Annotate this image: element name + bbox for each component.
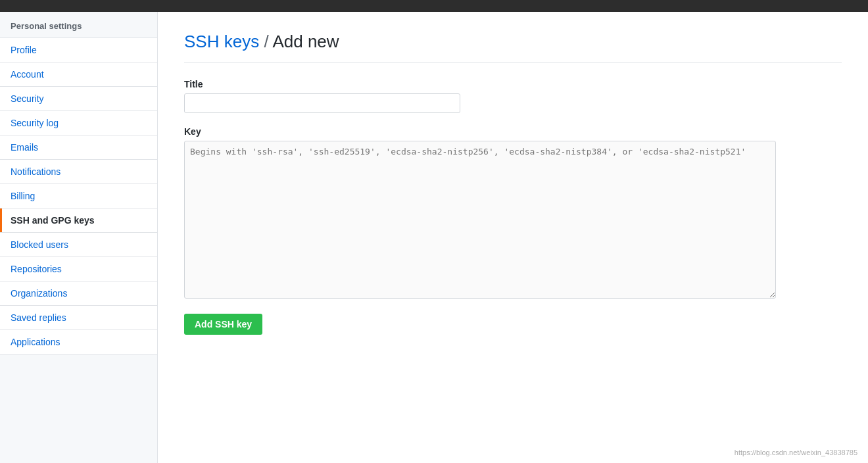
sidebar-link-security[interactable]: Security <box>0 87 157 110</box>
sidebar-nav: ProfileAccountSecuritySecurity logEmails… <box>0 38 157 354</box>
sidebar-header: Personal settings <box>0 12 157 38</box>
sidebar-item-emails: Emails <box>0 135 157 160</box>
watermark: https://blog.csdn.net/weixin_43838785 <box>735 449 857 456</box>
sidebar-link-billing[interactable]: Billing <box>0 184 157 208</box>
title-group: Title <box>184 79 842 113</box>
sidebar-item-saved-replies: Saved replies <box>0 306 157 330</box>
sidebar-item-account: Account <box>0 62 157 87</box>
sidebar-item-repositories: Repositories <box>0 257 157 281</box>
sidebar-item-security: Security <box>0 87 157 111</box>
key-label: Key <box>184 126 842 137</box>
sidebar-item-profile: Profile <box>0 38 157 62</box>
title-label: Title <box>184 79 842 89</box>
sidebar-item-notifications: Notifications <box>0 160 157 184</box>
sidebar-item-security-log: Security log <box>0 111 157 135</box>
sidebar-item-organizations: Organizations <box>0 281 157 306</box>
sidebar-link-security-log[interactable]: Security log <box>0 111 157 135</box>
main-content: SSH keys / Add new Title Key Add SSH key <box>158 12 868 463</box>
key-textarea[interactable] <box>184 141 776 299</box>
sidebar-item-billing: Billing <box>0 184 157 208</box>
title-input[interactable] <box>184 93 460 113</box>
sidebar-link-profile[interactable]: Profile <box>0 38 157 62</box>
page-heading: SSH keys / Add new <box>184 32 842 63</box>
sidebar-link-notifications[interactable]: Notifications <box>0 160 157 183</box>
top-bar <box>0 0 868 12</box>
add-ssh-key-button[interactable]: Add SSH key <box>184 314 262 335</box>
heading-rest: Add new <box>272 32 339 51</box>
sidebar-link-blocked-users[interactable]: Blocked users <box>0 233 157 256</box>
sidebar-link-organizations[interactable]: Organizations <box>0 281 157 305</box>
sidebar-item-ssh-gpg-keys: SSH and GPG keys <box>0 208 157 233</box>
sidebar-link-account[interactable]: Account <box>0 62 157 86</box>
sidebar-item-blocked-users: Blocked users <box>0 233 157 257</box>
sidebar-link-repositories[interactable]: Repositories <box>0 257 157 281</box>
sidebar-item-applications: Applications <box>0 330 157 354</box>
heading-separator: / <box>259 32 272 51</box>
sidebar-link-emails[interactable]: Emails <box>0 135 157 159</box>
sidebar: Personal settings ProfileAccountSecurity… <box>0 12 158 463</box>
key-group: Key <box>184 126 842 301</box>
sidebar-link-applications[interactable]: Applications <box>0 330 157 354</box>
sidebar-link-saved-replies[interactable]: Saved replies <box>0 306 157 329</box>
sidebar-link-ssh-gpg-keys[interactable]: SSH and GPG keys <box>0 208 157 232</box>
ssh-keys-link[interactable]: SSH keys <box>184 32 259 51</box>
